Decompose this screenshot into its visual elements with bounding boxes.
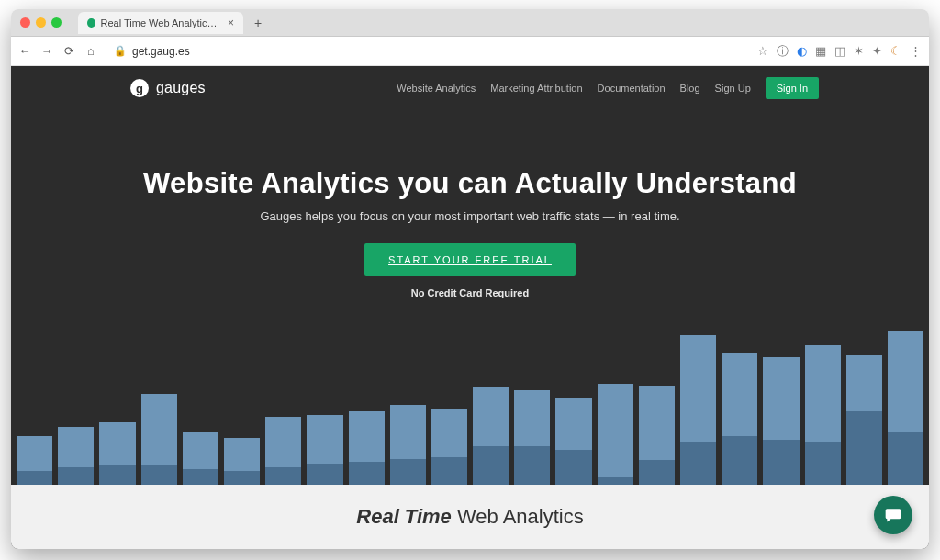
chart-bar xyxy=(473,310,509,485)
reload-icon[interactable]: ⟳ xyxy=(62,44,75,58)
chart-bar xyxy=(846,310,882,485)
chat-widget-button[interactable] xyxy=(874,496,912,534)
chart-bar xyxy=(598,310,633,485)
chart-bar-lower xyxy=(680,442,716,485)
nav-blog[interactable]: Blog xyxy=(680,83,700,94)
chart-bar-lower xyxy=(307,464,342,485)
window-close-icon[interactable] xyxy=(20,17,30,28)
chart-bar xyxy=(888,310,923,485)
chart-bar-upper xyxy=(598,384,633,478)
chart-bar-upper xyxy=(58,427,94,467)
chart-bar xyxy=(390,310,426,485)
chart-bar-upper xyxy=(431,409,467,456)
info-icon[interactable]: ⓘ xyxy=(777,43,789,60)
tab-close-icon[interactable]: × xyxy=(228,17,234,29)
chart-bar-lower xyxy=(141,465,177,485)
new-tab-button[interactable]: + xyxy=(254,16,262,30)
chart-bar-lower xyxy=(349,462,385,485)
chart-bar xyxy=(224,310,260,485)
window-titlebar: Real Time Web Analytics & Ma × + xyxy=(11,9,929,37)
site-header: g gauges Website Analytics Marketing Att… xyxy=(11,66,929,110)
chart-bar-lower xyxy=(514,446,550,485)
brand-logo-letter: g xyxy=(136,82,143,95)
chart-bar-lower xyxy=(99,465,135,485)
window-maximize-icon[interactable] xyxy=(51,17,62,28)
chart-bar-lower xyxy=(555,450,591,485)
section-title: Real Time Web Analytics xyxy=(356,505,583,529)
browser-tab[interactable]: Real Time Web Analytics & Ma × xyxy=(78,12,243,34)
chart-bar-lower xyxy=(805,442,841,485)
forward-icon[interactable]: → xyxy=(40,44,53,58)
chart-bar-upper xyxy=(390,405,426,459)
shield-icon[interactable]: ◐ xyxy=(797,44,807,58)
chart-bar-upper xyxy=(224,438,260,471)
chart-bar-upper xyxy=(680,335,716,443)
chart-bar-upper xyxy=(99,422,135,466)
chart-bar-lower xyxy=(473,446,509,485)
chart-bar-upper xyxy=(17,436,52,471)
chart-bar-lower xyxy=(390,459,426,486)
chart-bar xyxy=(17,310,52,485)
window-minimize-icon[interactable] xyxy=(36,17,46,28)
chart-bar-upper xyxy=(141,394,177,465)
chart-bar xyxy=(58,310,94,485)
chart-bar-upper xyxy=(555,398,591,450)
chart-bar-lower xyxy=(17,471,52,485)
extension-icon-3[interactable]: ✶ xyxy=(854,44,864,58)
chart-bar-lower xyxy=(224,471,260,485)
puzzle-icon[interactable]: ✦ xyxy=(872,44,882,58)
moon-icon[interactable]: ☾ xyxy=(890,44,901,58)
chart-bar-lower xyxy=(722,436,757,485)
nav-website-analytics[interactable]: Website Analytics xyxy=(397,83,476,94)
chart-bar xyxy=(307,310,342,485)
nav-documentation[interactable]: Documentation xyxy=(598,83,666,94)
brand-logo-icon: g xyxy=(130,79,149,97)
chart-bar-upper xyxy=(265,417,301,467)
chart-bar xyxy=(141,310,177,485)
hero-headline: Website Analytics you can Actually Under… xyxy=(11,167,929,200)
chart-bar xyxy=(183,310,218,485)
address-bar[interactable]: 🔒 get.gaug.es xyxy=(106,41,748,62)
chart-bar-upper xyxy=(183,432,218,469)
hero-subtext: No Credit Card Required xyxy=(11,287,929,298)
start-trial-button[interactable]: START YOUR FREE TRIAL xyxy=(364,243,576,276)
chart-bar-upper xyxy=(514,390,550,446)
browser-toolbar: ← → ⟳ ⌂ 🔒 get.gaug.es ☆ ⓘ ◐ ▦ ◫ ✶ ✦ ☾ ⋮ xyxy=(11,37,929,66)
home-icon[interactable]: ⌂ xyxy=(84,44,97,58)
menu-icon[interactable]: ⋮ xyxy=(910,44,922,58)
hero-subhead: Gauges helps you focus on your most impo… xyxy=(11,209,929,223)
chat-icon xyxy=(884,506,902,524)
section-realtime: Real Time Web Analytics xyxy=(11,485,929,549)
sign-in-button[interactable]: Sign In xyxy=(766,77,819,99)
nav-sign-up[interactable]: Sign Up xyxy=(715,83,751,94)
back-icon[interactable]: ← xyxy=(18,44,31,58)
section-title-em: Real Time xyxy=(356,505,452,528)
chart-bar-upper xyxy=(805,345,841,442)
toolbar-right-icons: ☆ ⓘ ◐ ▦ ◫ ✶ ✦ ☾ ⋮ xyxy=(757,43,922,60)
lock-icon: 🔒 xyxy=(114,45,127,57)
section-title-rest: Web Analytics xyxy=(452,505,584,528)
chart-bar-lower xyxy=(58,467,94,485)
chart-bar-upper xyxy=(639,386,675,461)
chart-bar xyxy=(639,310,675,485)
tab-title: Real Time Web Analytics & Ma xyxy=(101,17,218,28)
chart-bar-lower xyxy=(888,432,923,485)
chart-bar-lower xyxy=(265,467,301,485)
extension-icon-1[interactable]: ▦ xyxy=(815,44,826,58)
chart-bar-upper xyxy=(307,415,342,464)
extension-icon-2[interactable]: ◫ xyxy=(834,44,845,58)
chart-bar-upper xyxy=(473,387,509,447)
chart-bar xyxy=(680,310,716,485)
chart-bar xyxy=(763,310,799,485)
chart-bar-upper xyxy=(349,411,385,462)
nav-marketing-attribution[interactable]: Marketing Attribution xyxy=(490,83,582,94)
star-icon[interactable]: ☆ xyxy=(757,44,768,58)
chart-bar xyxy=(99,310,135,485)
chart-bar-lower xyxy=(598,477,633,485)
chart-bar-upper xyxy=(888,331,923,432)
favicon-icon xyxy=(87,18,95,28)
chart-bar-lower xyxy=(639,460,675,485)
traffic-bar-chart xyxy=(11,310,929,485)
chart-bar xyxy=(805,310,841,485)
brand[interactable]: g gauges xyxy=(130,79,206,97)
